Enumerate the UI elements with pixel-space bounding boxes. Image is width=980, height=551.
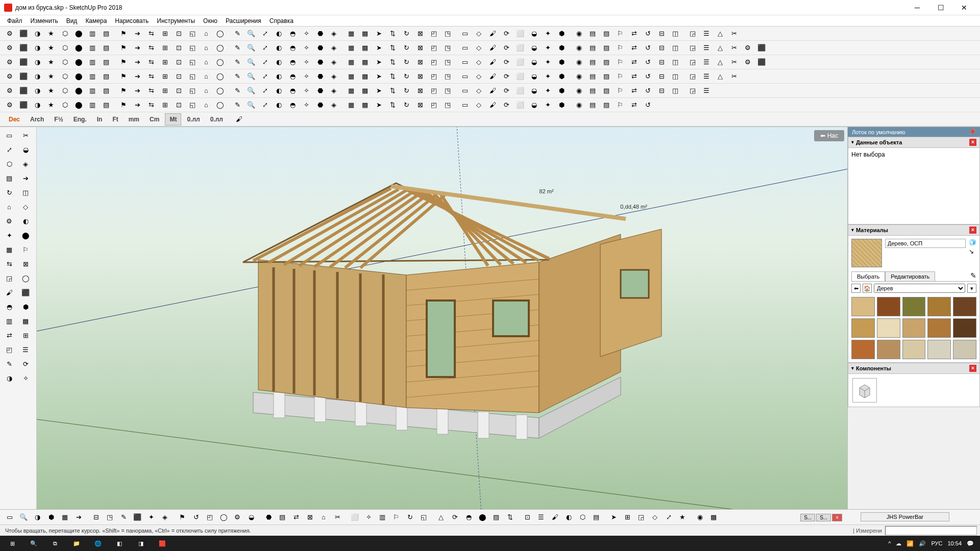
tool-icon[interactable]: ⬜: [513, 42, 527, 54]
tool-icon[interactable]: ◯: [213, 28, 227, 40]
tool-icon[interactable]: ▥: [86, 28, 99, 40]
tool-icon[interactable]: ⌂: [200, 42, 213, 54]
tool-icon[interactable]: ⌂: [200, 56, 213, 68]
tool-icon[interactable]: ▭: [458, 56, 472, 68]
tool-icon[interactable]: ↻: [400, 56, 413, 68]
bottom-tool-icon[interactable]: △: [434, 511, 448, 523]
bottom-tool-icon[interactable]: ◉: [693, 511, 706, 523]
tool-icon[interactable]: ◈: [327, 70, 340, 83]
unit-mm[interactable]: mm: [124, 113, 144, 126]
menu-file[interactable]: Файл: [3, 16, 27, 26]
tool-icon[interactable]: ◲: [686, 42, 699, 54]
bottom-tool-icon[interactable]: ◰: [203, 511, 216, 523]
left-tool-icon[interactable]: ◈: [18, 157, 33, 170]
tool-icon[interactable]: ★: [44, 99, 58, 111]
tool-icon[interactable]: ◰: [427, 28, 440, 40]
tool-icon[interactable]: ★: [44, 70, 58, 83]
panel-components-close-icon[interactable]: ×: [969, 365, 976, 372]
start-button[interactable]: ⊞: [2, 536, 22, 550]
left-tool-icon[interactable]: ⬛: [18, 286, 33, 299]
tool-icon[interactable]: ⟳: [500, 56, 513, 68]
tool-icon[interactable]: ◒: [527, 70, 541, 83]
tool-icon[interactable]: ◈: [327, 42, 340, 54]
unit-prec2[interactable]: 0.лл: [206, 113, 228, 126]
tool-icon[interactable]: ⇅: [386, 28, 399, 40]
tool-icon[interactable]: ⬛: [755, 56, 768, 68]
tool-icon[interactable]: ◉: [572, 99, 585, 111]
unit-mt[interactable]: Mt: [165, 113, 181, 126]
tool-icon[interactable]: ➤: [372, 85, 385, 97]
tool-icon[interactable]: ★: [44, 42, 58, 54]
tool-icon[interactable]: ▥: [86, 99, 99, 111]
tool-icon[interactable]: ➤: [372, 42, 385, 54]
tool-icon[interactable]: ▥: [86, 56, 99, 68]
tool-icon[interactable]: ◯: [213, 56, 227, 68]
tool-icon[interactable]: ◐: [272, 28, 285, 40]
tool-icon[interactable]: ◈: [327, 56, 340, 68]
tool-icon[interactable]: ⬤: [72, 85, 85, 97]
bottom-tool-icon[interactable]: ⤢: [662, 511, 675, 523]
tool-icon[interactable]: ◱: [186, 99, 199, 111]
tool-icon[interactable]: ◱: [186, 85, 199, 97]
tool-icon[interactable]: ✦: [541, 56, 554, 68]
tool-icon[interactable]: ➤: [372, 56, 385, 68]
tool-icon[interactable]: 🖌: [486, 56, 499, 68]
paint-tool-icon[interactable]: 🖌: [233, 113, 246, 126]
tool-icon[interactable]: ⚙: [3, 42, 16, 54]
tool-icon[interactable]: ◱: [186, 56, 199, 68]
tool-icon[interactable]: ▤: [586, 56, 599, 68]
tool-icon[interactable]: ◐: [272, 56, 285, 68]
tool-icon[interactable]: ⇆: [144, 99, 158, 111]
tool-icon[interactable]: △: [714, 56, 727, 68]
tool-icon[interactable]: ⇆: [144, 56, 158, 68]
tool-icon[interactable]: ⤢: [258, 70, 272, 83]
tool-icon[interactable]: ▦: [345, 85, 358, 97]
left-tool-icon[interactable]: ⬢: [18, 300, 33, 313]
tool-icon[interactable]: ⬛: [17, 85, 30, 97]
tool-icon[interactable]: ▨: [600, 70, 613, 83]
bottom-tool-icon[interactable]: ⚐: [389, 511, 403, 523]
left-tool-icon[interactable]: ⌂: [2, 200, 17, 213]
tool-icon[interactable]: ⇅: [386, 70, 399, 83]
left-tool-icon[interactable]: ☰: [18, 343, 33, 356]
panel-object-data-head[interactable]: Данные объекта ×: [848, 137, 980, 148]
tool-icon[interactable]: ➤: [372, 28, 385, 40]
menu-help[interactable]: Справка: [265, 16, 298, 26]
tool-icon[interactable]: ◉: [572, 85, 585, 97]
tool-icon[interactable]: ⌂: [200, 85, 213, 97]
tool-icon[interactable]: ⊠: [413, 28, 427, 40]
material-swatch[interactable]: [851, 297, 875, 316]
tool-icon[interactable]: ⇄: [627, 28, 641, 40]
material-swatch[interactable]: [851, 340, 875, 359]
tool-icon[interactable]: ⊡: [172, 99, 185, 111]
tool-icon[interactable]: ▨: [600, 56, 613, 68]
tool-icon[interactable]: ✎: [231, 42, 244, 54]
bottom-tool-icon[interactable]: ▨: [489, 511, 503, 523]
tool-icon[interactable]: ▧: [100, 70, 113, 83]
tool-icon[interactable]: ◇: [472, 85, 485, 97]
tool-icon[interactable]: ↺: [641, 42, 654, 54]
unit-in[interactable]: In: [92, 113, 107, 126]
float-tab-1[interactable]: S...: [800, 514, 815, 521]
tool-icon[interactable]: ↻: [400, 85, 413, 97]
tool-icon[interactable]: ⟳: [500, 85, 513, 97]
tool-icon[interactable]: ◯: [213, 85, 227, 97]
left-tool-icon[interactable]: ◓: [2, 300, 17, 313]
tool-icon[interactable]: ◳: [441, 85, 454, 97]
tool-icon[interactable]: ⊟: [655, 28, 668, 40]
bottom-tool-icon[interactable]: 🔍: [17, 511, 30, 523]
tool-icon[interactable]: ⇄: [627, 85, 641, 97]
tool-icon[interactable]: ⬛: [755, 42, 768, 54]
tool-icon[interactable]: ➤: [372, 99, 385, 111]
tool-icon[interactable]: ⬣: [313, 56, 327, 68]
tool-icon[interactable]: ⊡: [172, 56, 185, 68]
tool-icon[interactable]: ⇅: [386, 56, 399, 68]
tool-icon[interactable]: ⤢: [258, 99, 272, 111]
bottom-tool-icon[interactable]: ⬢: [44, 511, 58, 523]
tool-icon[interactable]: ◫: [669, 56, 682, 68]
tool-icon[interactable]: ▨: [600, 99, 613, 111]
tool-icon[interactable]: ⬡: [58, 42, 71, 54]
tool-icon[interactable]: ◱: [186, 70, 199, 83]
tool-icon[interactable]: ⬡: [58, 28, 71, 40]
tool-icon[interactable]: ◓: [286, 56, 299, 68]
